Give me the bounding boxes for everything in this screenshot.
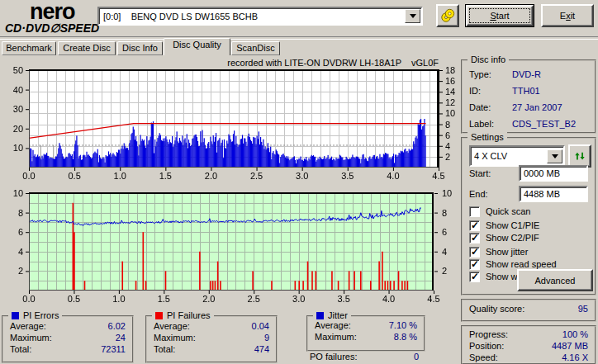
- chevron-down-icon: [552, 154, 558, 158]
- show-jitter-checkbox[interactable]: [469, 247, 480, 258]
- po-failures-value: 0: [414, 352, 419, 362]
- speed-select-value: 4 X CLV: [471, 151, 547, 161]
- progress-box: Progress: 100 % Position: 4487 MB Speed:…: [461, 325, 596, 364]
- disc-date-label: Date:: [469, 102, 491, 112]
- tab-scandisc[interactable]: ScanDisc: [231, 41, 280, 55]
- quality-score-label: Quality score:: [469, 304, 524, 314]
- pi-failures-total-label: Total:: [154, 344, 175, 354]
- speed-select-dropdown-button[interactable]: [547, 149, 562, 163]
- pi-failures-maximum-value: 9: [264, 333, 269, 343]
- speed-value: 4.16 X: [562, 352, 588, 362]
- exit-button-label: Exit: [560, 11, 575, 21]
- pi-failures-box: PI Failures Average:0.04 Maximum:9 Total…: [145, 315, 278, 363]
- refresh-button[interactable]: [568, 144, 591, 168]
- disc-type-label: Type:: [469, 69, 491, 79]
- position-label: Position:: [469, 341, 504, 351]
- disc-date-value: 27 Jan 2007: [512, 102, 562, 112]
- position-value: 4487 MB: [552, 341, 588, 351]
- app-window: nero CD·DVD∅SPEED [0:0] BENQ DVD LS DW16…: [0, 0, 598, 364]
- drive-select-combobox[interactable]: [0:0] BENQ DVD LS DW1655 BCHB: [97, 7, 423, 26]
- start-position-field[interactable]: 0000 MB: [519, 165, 588, 182]
- po-failures-row: PO failures: 0: [310, 352, 419, 362]
- settings-groupbox: Settings 4 X CLV Start: 0000 MB End: 448…: [461, 137, 596, 295]
- disc-label-label: Label:: [469, 119, 494, 129]
- pi-failures-average-value: 0.04: [252, 321, 269, 331]
- progress-value: 100 %: [562, 329, 588, 339]
- disc-info-groupbox: Disc info Type: DVD-R ID: TTH01 Date: 27…: [461, 59, 596, 134]
- pi-errors-average-label: Average:: [10, 321, 46, 331]
- disc-label-value: CDS_TEST_B2: [512, 119, 576, 129]
- advanced-button-label: Advanced: [535, 276, 576, 286]
- speed-label: Speed:: [469, 352, 498, 362]
- disc-info-title: Disc info: [467, 54, 509, 65]
- start-button[interactable]: Start: [465, 4, 534, 27]
- settings-title: Settings: [467, 132, 507, 143]
- advanced-button[interactable]: Advanced: [517, 269, 593, 291]
- pi-failures-average-label: Average:: [154, 321, 190, 331]
- pi-errors-legend-icon: [12, 312, 19, 319]
- disc-type-value: DVD-R: [512, 69, 541, 79]
- quality-score-value: 95: [578, 304, 588, 314]
- focus-rectangle: [469, 8, 530, 23]
- jitter-average-label: Average:: [315, 320, 351, 330]
- show-c1-pie-checkbox[interactable]: [469, 220, 480, 231]
- pi-errors-title: PI Errors: [8, 310, 62, 321]
- speed-select-combobox[interactable]: 4 X CLV: [469, 145, 565, 167]
- start-position-label: Start:: [469, 168, 491, 178]
- show-read-speed-checkbox[interactable]: [469, 259, 480, 270]
- disc-id-value: TTH01: [512, 86, 540, 96]
- disc-id-label: ID:: [469, 86, 481, 96]
- tab-disc-info[interactable]: Disc Info: [117, 41, 163, 55]
- show-c2-pif-label: Show C2/PIF: [486, 233, 539, 243]
- eject-disc-button[interactable]: [436, 4, 459, 27]
- pi-failures-maximum-label: Maximum:: [154, 333, 196, 343]
- tab-create-disc[interactable]: Create Disc: [58, 41, 116, 55]
- quick-scan-checkbox[interactable]: [469, 206, 480, 217]
- show-c2-pif-checkbox[interactable]: [469, 233, 480, 243]
- jitter-legend-icon: [316, 312, 324, 319]
- pi-errors-maximum-label: Maximum:: [10, 333, 52, 343]
- pi-failures-total-value: 474: [254, 344, 269, 354]
- end-position-label: End:: [469, 189, 488, 199]
- pi-errors-box: PI Errors Average:6.02 Maximum:24 Total:…: [2, 315, 134, 363]
- pi-errors-maximum-value: 24: [116, 333, 126, 343]
- drive-select-dropdown-button[interactable]: [405, 9, 420, 23]
- quality-score-box: Quality score: 95: [461, 299, 596, 322]
- pi-failures-legend-icon: [155, 312, 163, 319]
- pi-errors-total-value: 72311: [101, 344, 126, 354]
- refresh-icon: [574, 150, 586, 162]
- pi-errors-total-label: Total:: [10, 344, 31, 354]
- quick-scan-label: Quick scan: [486, 206, 530, 217]
- show-jitter-label: Show jitter: [486, 247, 528, 258]
- header-divider: [0, 36, 598, 40]
- chevron-down-icon: [410, 14, 416, 18]
- tab-benchmark[interactable]: Benchmark: [2, 41, 56, 55]
- show-c1-pie-label: Show C1/PIE: [486, 220, 539, 231]
- discs-icon: [439, 7, 456, 24]
- jitter-maximum-value: 8.8 %: [394, 332, 417, 342]
- jitter-average-value: 7.10 %: [389, 320, 417, 330]
- tab-disc-quality[interactable]: Disc Quality: [164, 38, 230, 55]
- end-position-field[interactable]: 4488 MB: [519, 186, 588, 202]
- pi-errors-average-value: 6.02: [108, 321, 126, 331]
- drive-select-value: [0:0] BENQ DVD LS DW1655 BCHB: [99, 12, 405, 21]
- po-failures-label: PO failures:: [310, 352, 357, 362]
- jitter-maximum-label: Maximum:: [315, 332, 357, 342]
- progress-label: Progress:: [469, 329, 508, 339]
- disc-icon: ∅: [50, 21, 59, 35]
- show-write-speed-checkbox[interactable]: [469, 272, 480, 282]
- quality-charts-canvas: [0, 54, 459, 307]
- pi-failures-title: PI Failures: [152, 310, 214, 321]
- exit-button[interactable]: Exit: [541, 4, 594, 27]
- jitter-box: Jitter Average:7.10 % Maximum:8.8 %: [306, 315, 425, 352]
